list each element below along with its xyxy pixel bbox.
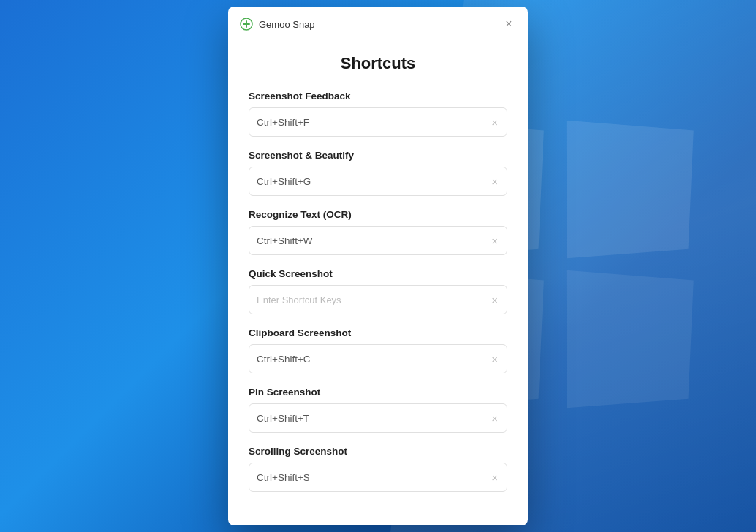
dialog-content: Shortcuts Screenshot Feedback×Screenshot… bbox=[228, 39, 528, 525]
shortcut-clear-button-screenshot-beautify[interactable]: × bbox=[490, 175, 499, 189]
shortcut-input-screenshot-beautify[interactable] bbox=[257, 176, 490, 187]
shortcut-label-recognize-text: Recognize Text (OCR) bbox=[249, 209, 507, 220]
shortcut-label-screenshot-beautify: Screenshot & Beautify bbox=[249, 150, 507, 161]
shortcut-input-quick-screenshot[interactable] bbox=[257, 294, 490, 305]
shortcut-label-quick-screenshot: Quick Screenshot bbox=[249, 268, 507, 279]
titlebar: Gemoo Snap × bbox=[228, 7, 528, 39]
shortcut-input-row-scrolling-screenshot: × bbox=[249, 463, 507, 492]
shortcut-section-clipboard-screenshot: Clipboard Screenshot× bbox=[249, 327, 507, 373]
dialog-title: Shortcuts bbox=[249, 54, 507, 73]
shortcut-label-screenshot-feedback: Screenshot Feedback bbox=[249, 91, 507, 102]
app-name: Gemoo Snap bbox=[259, 19, 315, 30]
shortcut-input-row-recognize-text: × bbox=[249, 226, 507, 255]
shortcut-clear-button-pin-screenshot[interactable]: × bbox=[490, 411, 499, 425]
shortcut-input-screenshot-feedback[interactable] bbox=[257, 117, 490, 128]
app-icon bbox=[240, 18, 253, 31]
shortcuts-list: Screenshot Feedback×Screenshot & Beautif… bbox=[249, 91, 507, 492]
shortcut-input-row-pin-screenshot: × bbox=[249, 403, 507, 433]
shortcut-input-scrolling-screenshot[interactable] bbox=[257, 472, 490, 483]
title-left: Gemoo Snap bbox=[240, 18, 315, 31]
dialog-close-button[interactable]: × bbox=[502, 17, 516, 31]
shortcut-section-quick-screenshot: Quick Screenshot× bbox=[249, 268, 507, 314]
shortcut-label-pin-screenshot: Pin Screenshot bbox=[249, 387, 507, 398]
shortcut-input-row-quick-screenshot: × bbox=[249, 285, 507, 314]
shortcut-input-pin-screenshot[interactable] bbox=[257, 413, 490, 424]
shortcut-clear-button-scrolling-screenshot[interactable]: × bbox=[490, 471, 499, 484]
shortcut-input-row-screenshot-feedback: × bbox=[249, 107, 507, 137]
shortcut-section-recognize-text: Recognize Text (OCR)× bbox=[249, 209, 507, 255]
shortcut-section-pin-screenshot: Pin Screenshot× bbox=[249, 387, 507, 433]
shortcut-section-screenshot-feedback: Screenshot Feedback× bbox=[249, 91, 507, 137]
shortcut-label-scrolling-screenshot: Scrolling Screenshot bbox=[249, 446, 507, 457]
shortcut-clear-button-recognize-text[interactable]: × bbox=[490, 234, 499, 248]
shortcuts-dialog: Gemoo Snap × Shortcuts Screenshot Feedba… bbox=[228, 7, 528, 525]
shortcut-input-row-clipboard-screenshot: × bbox=[249, 344, 507, 373]
shortcut-section-screenshot-beautify: Screenshot & Beautify× bbox=[249, 150, 507, 196]
shortcut-clear-button-screenshot-feedback[interactable]: × bbox=[490, 115, 499, 129]
shortcut-input-recognize-text[interactable] bbox=[257, 235, 490, 246]
shortcut-clear-button-quick-screenshot[interactable]: × bbox=[490, 293, 499, 307]
shortcut-input-clipboard-screenshot[interactable] bbox=[257, 354, 490, 365]
shortcut-section-scrolling-screenshot: Scrolling Screenshot× bbox=[249, 446, 507, 492]
shortcut-clear-button-clipboard-screenshot[interactable]: × bbox=[490, 352, 499, 366]
shortcut-input-row-screenshot-beautify: × bbox=[249, 167, 507, 196]
shortcut-label-clipboard-screenshot: Clipboard Screenshot bbox=[249, 327, 507, 338]
